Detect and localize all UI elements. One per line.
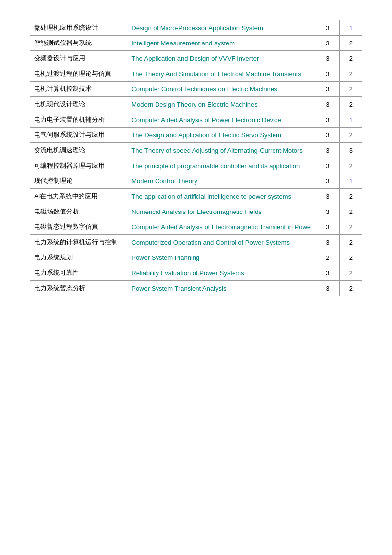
course-english-name: Design of Micro-Processor Application Sy… — [127, 20, 316, 36]
table-row: 可编程控制器原理与应用The principle of programmable… — [30, 158, 362, 173]
course-chinese-name: 电磁场数值分析 — [30, 204, 127, 219]
course-credits: 3 — [316, 204, 339, 219]
course-chinese-name: 电机计算机控制技术 — [30, 82, 127, 97]
course-credits: 3 — [316, 189, 339, 204]
course-semester: 2 — [339, 265, 362, 281]
course-semester: 2 — [339, 250, 362, 265]
course-semester: 2 — [339, 82, 362, 97]
course-credits: 3 — [316, 281, 339, 296]
course-credits: 3 — [316, 143, 339, 158]
course-credits: 3 — [316, 128, 339, 143]
course-semester: 1 — [339, 112, 362, 128]
course-chinese-name: 微处理机应用系统设计 — [30, 20, 127, 36]
course-english-name: The Theory of speed Adjusting of Alterna… — [127, 143, 316, 158]
course-english-name: Modern Design Theory on Electric Machine… — [127, 97, 316, 112]
table-row: 微处理机应用系统设计Design of Micro-Processor Appl… — [30, 20, 362, 36]
course-credits: 3 — [316, 112, 339, 128]
table-row: 现代控制理论Modern Control Theory31 — [30, 173, 362, 189]
course-english-name: The Application and Design of VVVF Inver… — [127, 51, 316, 66]
table-row: 电机现代设计理论Modern Design Theory on Electric… — [30, 97, 362, 112]
course-chinese-name: 电机现代设计理论 — [30, 97, 127, 112]
table-row: 电气伺服系统设计与应用The Design and Application of… — [30, 128, 362, 143]
table-row: 变频器设计与应用The Application and Design of VV… — [30, 51, 362, 66]
course-english-name: Reliability Evaluation of Power Systems — [127, 265, 316, 281]
course-semester: 1 — [339, 20, 362, 36]
course-credits: 3 — [316, 36, 339, 51]
course-semester: 2 — [339, 235, 362, 250]
course-semester: 2 — [339, 189, 362, 204]
course-english-name: The application of artificial intelligen… — [127, 189, 316, 204]
table-row: 交流电机调速理论The Theory of speed Adjusting of… — [30, 143, 362, 158]
course-english-name: Intelligent Measurement and system — [127, 36, 316, 51]
course-semester: 2 — [339, 219, 362, 235]
course-credits: 3 — [316, 66, 339, 82]
course-english-name: Numerical Analysis for Electromagnetic F… — [127, 204, 316, 219]
table-row: 电磁场数值分析Numerical Analysis for Electromag… — [30, 204, 362, 219]
course-english-name: The principle of programmable controller… — [127, 158, 316, 173]
course-english-name: Computerized Operation and Control of Po… — [127, 235, 316, 250]
table-row: 电力系统的计算机运行与控制Computerized Operation and … — [30, 235, 362, 250]
course-chinese-name: 电气伺服系统设计与应用 — [30, 128, 127, 143]
course-chinese-name: AI在电力系统中的应用 — [30, 189, 127, 204]
course-english-name: The Design and Application of Electric S… — [127, 128, 316, 143]
course-chinese-name: 交流电机调速理论 — [30, 143, 127, 158]
table-row: 电力电子装置的机辅分析Computer Aided Analysis of Po… — [30, 112, 362, 128]
course-chinese-name: 电机过渡过程的理论与仿真 — [30, 66, 127, 82]
course-english-name: Computer Aided Analysis of Power Electro… — [127, 112, 316, 128]
course-semester: 1 — [339, 173, 362, 189]
course-semester: 2 — [339, 128, 362, 143]
course-chinese-name: 电力系统可靠性 — [30, 265, 127, 281]
courses-table: 微处理机应用系统设计Design of Micro-Processor Appl… — [30, 20, 362, 296]
table-row: 电机过渡过程的理论与仿真The Theory And Simulation of… — [30, 66, 362, 82]
course-english-name: Power System Transient Analysis — [127, 281, 316, 296]
course-english-name: Modern Control Theory — [127, 173, 316, 189]
course-english-name: Computer Aided Analysis of Electromagnet… — [127, 219, 316, 235]
course-credits: 3 — [316, 20, 339, 36]
course-credits: 3 — [316, 235, 339, 250]
course-credits: 3 — [316, 173, 339, 189]
table-row: 电力系统规划Power System Planning22 — [30, 250, 362, 265]
table-row: 电力系统可靠性Reliability Evaluation of Power S… — [30, 265, 362, 281]
course-semester: 2 — [339, 158, 362, 173]
course-credits: 3 — [316, 82, 339, 97]
course-credits: 3 — [316, 97, 339, 112]
course-english-name: Power System Planning — [127, 250, 316, 265]
table-row: 电机计算机控制技术Computer Control Techniques on … — [30, 82, 362, 97]
table-row: 电磁暂态过程数字仿真Computer Aided Analysis of Ele… — [30, 219, 362, 235]
course-chinese-name: 电力电子装置的机辅分析 — [30, 112, 127, 128]
course-chinese-name: 电力系统规划 — [30, 250, 127, 265]
course-credits: 2 — [316, 250, 339, 265]
course-semester: 2 — [339, 281, 362, 296]
course-credits: 3 — [316, 265, 339, 281]
course-chinese-name: 电力系统暂态分析 — [30, 281, 127, 296]
course-semester: 2 — [339, 36, 362, 51]
course-semester: 3 — [339, 143, 362, 158]
course-credits: 3 — [316, 219, 339, 235]
course-english-name: The Theory And Simulation of Electrical … — [127, 66, 316, 82]
course-semester: 2 — [339, 66, 362, 82]
course-chinese-name: 现代控制理论 — [30, 173, 127, 189]
course-credits: 3 — [316, 158, 339, 173]
course-chinese-name: 变频器设计与应用 — [30, 51, 127, 66]
course-chinese-name: 可编程控制器原理与应用 — [30, 158, 127, 173]
course-english-name: Computer Control Techniques on Electric … — [127, 82, 316, 97]
course-semester: 2 — [339, 97, 362, 112]
course-credits: 3 — [316, 51, 339, 66]
course-semester: 2 — [339, 204, 362, 219]
table-row: 电力系统暂态分析Power System Transient Analysis3… — [30, 281, 362, 296]
course-chinese-name: 智能测试仪器与系统 — [30, 36, 127, 51]
course-semester: 2 — [339, 51, 362, 66]
table-row: 智能测试仪器与系统Intelligent Measurement and sys… — [30, 36, 362, 51]
course-chinese-name: 电磁暂态过程数字仿真 — [30, 219, 127, 235]
table-row: AI在电力系统中的应用The application of artificial… — [30, 189, 362, 204]
course-chinese-name: 电力系统的计算机运行与控制 — [30, 235, 127, 250]
